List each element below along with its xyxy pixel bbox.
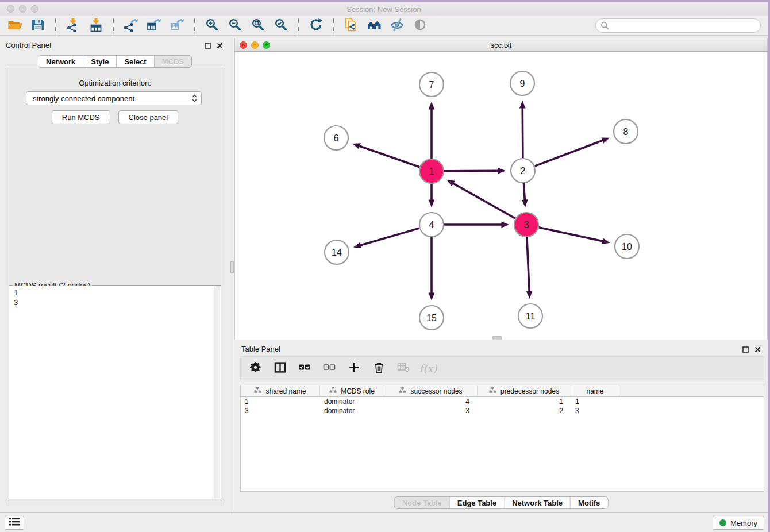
network-canvas[interactable]: 7968124314101511 — [235, 52, 767, 340]
tab-network[interactable]: Network — [38, 56, 83, 67]
tab-style[interactable]: Style — [83, 56, 116, 67]
column-header-name[interactable]: name — [571, 385, 619, 397]
import-table-button[interactable] — [87, 17, 105, 34]
tab-select[interactable]: Select — [116, 56, 153, 67]
table-cell[interactable]: 4 — [384, 398, 478, 406]
memory-button[interactable]: Memory — [713, 516, 764, 530]
search-field — [595, 18, 761, 33]
graph-node-14[interactable]: 14 — [325, 240, 349, 264]
export-table-button[interactable] — [145, 17, 163, 34]
tab-edge-table[interactable]: Edge Table — [449, 497, 504, 508]
deselect-all-columns-button[interactable] — [322, 360, 337, 376]
graph-node-7[interactable]: 7 — [419, 72, 444, 97]
delete-column-button[interactable] — [371, 360, 386, 376]
table-cell[interactable]: 3 — [571, 407, 619, 415]
table-cell[interactable]: dominator — [320, 398, 384, 406]
table-row[interactable]: 1dominator411 — [241, 397, 764, 406]
criterion-dropdown[interactable]: strongly connected component — [26, 91, 202, 105]
table-cell[interactable]: 1 — [241, 398, 320, 406]
column-header-shared-name[interactable]: shared name — [241, 385, 320, 397]
table-row[interactable]: 3dominator323 — [241, 406, 764, 415]
memory-status-icon — [719, 519, 726, 526]
network-window-titlebar[interactable]: × − + scc.txt — [235, 38, 767, 52]
run-mcds-button[interactable]: Run MCDS — [52, 110, 110, 124]
control-panel: Control Panel NetworkStyleSelectMCDS Opt… — [0, 36, 230, 512]
close-panel-icon[interactable] — [217, 41, 223, 51]
mcds-result-text[interactable]: 1 3 — [14, 288, 18, 307]
table-cell[interactable]: 2 — [478, 407, 571, 415]
float-table-panel-icon[interactable] — [742, 345, 749, 355]
vertical-splitter[interactable] — [230, 36, 234, 512]
table-cell[interactable]: dominator — [320, 407, 384, 415]
zoom-in-icon — [205, 17, 220, 34]
graph-node-4[interactable]: 4 — [419, 213, 444, 237]
zoom-fit-button[interactable] — [249, 17, 267, 34]
graph-edge-3-10[interactable] — [538, 228, 603, 242]
svg-text:15: 15 — [426, 313, 437, 323]
graph-node-11[interactable]: 11 — [518, 304, 542, 328]
tab-node-table[interactable]: Node Table — [395, 497, 449, 508]
svg-text:1: 1 — [429, 167, 434, 176]
result-scrollbar[interactable] — [214, 286, 220, 498]
graph-node-6[interactable]: 6 — [324, 126, 348, 150]
tab-motifs[interactable]: Motifs — [570, 497, 607, 508]
graph-node-10[interactable]: 10 — [615, 234, 639, 259]
duplicate-network-button[interactable] — [342, 17, 360, 34]
graph-node-9[interactable]: 9 — [510, 71, 534, 95]
graph-node-1[interactable]: 1 — [419, 159, 444, 183]
column-header-predecessor-nodes[interactable]: predecessor nodes — [478, 385, 571, 397]
select-all-columns-button[interactable] — [297, 360, 312, 376]
open-file-button[interactable] — [6, 17, 24, 34]
window-titlebar[interactable]: Session: New Session — [0, 2, 768, 16]
graph-edge-4-14[interactable] — [359, 228, 419, 245]
table-cell[interactable]: 1 — [478, 398, 571, 406]
table-cell[interactable]: 3 — [384, 407, 478, 415]
column-header-MCDS-role[interactable]: MCDS role — [320, 385, 384, 397]
graph-edge-3-1[interactable] — [452, 183, 515, 218]
apply-layout-button[interactable] — [307, 17, 325, 34]
toolbar-separator — [55, 18, 56, 33]
table-cell[interactable]: 1 — [571, 398, 619, 406]
trash-icon — [372, 361, 386, 376]
dropdown-arrows-icon — [191, 94, 198, 103]
float-panel-icon[interactable] — [205, 41, 211, 51]
vertical-splitter-grip[interactable] — [230, 261, 234, 273]
close-table-panel-icon[interactable] — [754, 345, 761, 355]
task-history-button[interactable] — [5, 516, 24, 530]
table-cell[interactable]: 3 — [241, 407, 320, 415]
search-input[interactable] — [595, 18, 761, 33]
network-window-title: scc.txt — [235, 41, 767, 49]
close-panel-button[interactable]: Close panel — [118, 110, 179, 124]
graph-edge-1-6[interactable] — [359, 146, 420, 167]
function-builder-button: f(x) — [421, 360, 436, 376]
graph-edge-2-8[interactable] — [535, 140, 604, 167]
toolbar-button-groups — [3, 17, 432, 34]
export-network-button[interactable] — [122, 17, 140, 34]
graph-edge-2-9[interactable] — [522, 107, 523, 158]
graph-edge-3-11[interactable] — [527, 237, 529, 292]
save-session-button[interactable] — [29, 17, 47, 34]
show-network-overview-button[interactable] — [365, 17, 383, 34]
tree-icon — [329, 387, 337, 395]
duplicate-network-icon — [344, 17, 359, 34]
tab-mcds[interactable]: MCDS — [154, 56, 191, 67]
graph-node-15[interactable]: 15 — [419, 306, 444, 330]
zoom-in-button[interactable] — [203, 17, 221, 34]
graph-edge-1-2[interactable] — [444, 171, 499, 171]
tab-network-table[interactable]: Network Table — [504, 497, 570, 508]
graph-node-8[interactable]: 8 — [614, 119, 638, 144]
graph-node-2[interactable]: 2 — [511, 159, 535, 183]
zoom-selected-button[interactable] — [272, 17, 290, 34]
table-settings-button[interactable] — [248, 360, 263, 376]
column-header-successor-nodes[interactable]: successor nodes — [384, 385, 478, 397]
horizontal-splitter-grip[interactable] — [492, 336, 502, 340]
column-chooser-button[interactable] — [272, 360, 287, 376]
gear-icon — [249, 361, 262, 376]
export-image-button[interactable] — [168, 17, 186, 34]
zoom-out-button[interactable] — [226, 17, 244, 34]
add-column-button[interactable] — [346, 360, 361, 376]
graph-node-3[interactable]: 3 — [514, 213, 538, 237]
graph-edge-2-3[interactable] — [523, 183, 525, 201]
import-network-button[interactable] — [64, 17, 82, 34]
hide-unselected-button[interactable] — [388, 17, 406, 34]
